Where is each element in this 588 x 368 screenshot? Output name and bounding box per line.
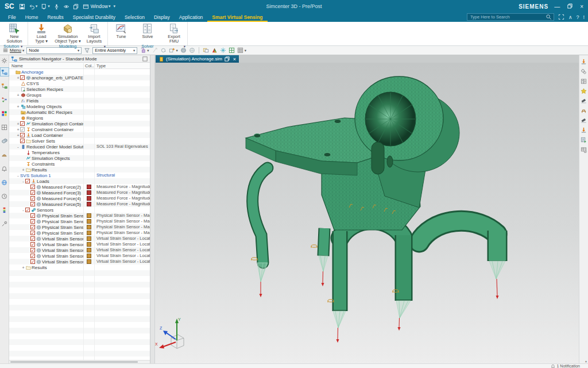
undo-icon[interactable]: ▾ — [29, 3, 38, 10]
tree-row-fields[interactable]: fxFields — [9, 98, 150, 103]
expander[interactable]: - — [21, 208, 25, 212]
tree-row-physical-strain-sensor[interactable]: ✓Physical Strain Sensor...Physical Strai… — [9, 218, 150, 224]
expander[interactable]: + — [16, 93, 20, 97]
grid9-icon[interactable]: ▾ — [237, 47, 246, 53]
tools-icon[interactable] — [1, 220, 9, 228]
tree-row-simulation-object-container[interactable]: +✓Simulation Object Container — [9, 121, 150, 126]
tree-row-physical-strain-sensor[interactable]: ✓Physical Strain Sensor...Physical Strai… — [9, 230, 150, 236]
window-menu[interactable]: Window▾▾ — [83, 3, 115, 10]
color-swatch[interactable] — [87, 219, 91, 224]
tree-row-virtual-strain-sensor-6[interactable]: ✓Virtual Strain Sensor(6)Virtual Strain … — [9, 241, 150, 247]
checkbox[interactable]: ✓ — [30, 231, 35, 235]
tree-row-temperatures[interactable]: Temperatures — [9, 150, 150, 155]
expander[interactable]: + — [21, 168, 25, 172]
eraser-icon[interactable] — [580, 116, 588, 124]
tree-row-virtual-strain-sensor-5[interactable]: ✓Virtual Strain Sensor(5)Virtual Strain … — [9, 236, 150, 241]
checkbox[interactable]: ✓ — [20, 133, 25, 137]
tab-display[interactable]: Display — [149, 13, 175, 22]
tree-row-measured-force-2[interactable]: ✓Measured Force(2)Measured Force - Magni… — [9, 184, 150, 190]
checkbox[interactable]: ✓ — [30, 225, 35, 229]
gear-icon[interactable] — [1, 56, 9, 64]
tree-row-sensors[interactable]: -✓Sensors — [9, 207, 150, 213]
color-swatch[interactable] — [87, 242, 91, 247]
star-icon[interactable] — [580, 87, 588, 95]
tree-row-constraint-container[interactable]: +✓Constraint Container — [9, 126, 150, 132]
checkbox[interactable]: ✓ — [30, 248, 35, 252]
tab-home[interactable]: Home — [21, 13, 43, 22]
checkbox[interactable]: ✓ — [30, 213, 35, 218]
microphone-icon[interactable] — [53, 3, 60, 10]
tree-row-measured-force-4[interactable]: ✓Measured Force(4)Measured Force - Magni… — [9, 195, 150, 201]
panel-divider[interactable] — [150, 55, 155, 363]
solvebox-icon[interactable] — [580, 77, 588, 85]
restore-button[interactable] — [567, 3, 573, 10]
screenshot-icon[interactable]: ▾ — [41, 3, 50, 10]
tree-row-virtual-strain-sensor-9[interactable]: ✓Virtual Strain Sensor(9)Virtual Strain … — [9, 259, 150, 264]
expander[interactable]: + — [16, 105, 20, 109]
view-icon[interactable] — [63, 3, 69, 10]
tab-file[interactable]: File — [3, 13, 21, 22]
tab-specialist-durability[interactable]: Specialist Durability — [68, 13, 120, 22]
sphere2-icon[interactable] — [189, 47, 195, 53]
tree-row-automatic-bc-recipes[interactable]: Automatic BC Recipes — [9, 109, 150, 115]
checkbox[interactable]: ✓ — [30, 242, 35, 247]
tree-row-modeling-objects[interactable]: +Modeling Objects — [9, 103, 150, 109]
close-tab-icon[interactable]: × — [233, 56, 236, 62]
color-swatch[interactable] — [87, 254, 91, 258]
load-type-button[interactable]: Load Type ▾ — [28, 22, 55, 44]
command-search[interactable] — [467, 13, 554, 21]
tune-button[interactable]: Tune — [108, 22, 134, 39]
expander[interactable]: - — [16, 145, 20, 149]
collapse-ribbon-icon[interactable]: ∧ — [568, 14, 572, 20]
tree-row-csys[interactable]: CSYS — [9, 80, 150, 86]
tree-row-physical-strain-sensor[interactable]: ✓Physical Strain Sensor...Physical Strai… — [9, 224, 150, 230]
bench-icon[interactable] — [580, 106, 588, 114]
checkbox[interactable]: ✓ — [30, 236, 35, 241]
menu-button[interactable]: Menu▾ — [2, 47, 24, 53]
notification-text[interactable]: 1 Notification — [557, 364, 580, 368]
checkbox[interactable]: ✓ — [30, 196, 35, 201]
group-dropdown-icon[interactable]: ▾ — [184, 44, 185, 49]
color-swatch[interactable] — [87, 202, 91, 206]
checkbox[interactable]: ✓ — [20, 139, 25, 143]
tab-results[interactable]: Results — [42, 13, 68, 22]
tree-row-regions[interactable]: Regions — [9, 115, 150, 121]
expander[interactable]: - — [16, 174, 20, 178]
column-color[interactable]: Col... — [84, 63, 95, 68]
simulation-object-type-button[interactable]: Simulation Object Type ▾ — [55, 22, 81, 44]
meshstar-icon[interactable] — [220, 47, 226, 53]
checkbox[interactable]: ✓ — [30, 202, 35, 206]
checkbox[interactable]: ✓ — [30, 185, 35, 189]
tree-row-anchorage[interactable]: Anchorage — [9, 69, 150, 75]
tree-row-constraints[interactable]: Constraints — [9, 161, 150, 167]
colorbar-icon[interactable] — [1, 206, 9, 214]
color-swatch[interactable] — [87, 231, 91, 235]
expander[interactable]: - — [21, 179, 25, 183]
minimize-button[interactable]: — — [554, 3, 560, 10]
tree-row-groups[interactable]: +Groups — [9, 92, 150, 98]
new-solution-button[interactable]: New Solution — [1, 22, 28, 44]
notifications-icon[interactable]: ! — [583, 14, 585, 20]
tree-row-measured-force-5[interactable]: ✓Measured Force(5)Measured Force - Magni… — [9, 201, 150, 207]
tree-row-anchorage-erb-updated-c[interactable]: +✓anchorage_erb_UPDATED_C... — [9, 75, 150, 80]
solve-button[interactable]: Solve — [134, 22, 161, 39]
import-layouts-button[interactable]: Import Layouts — [81, 22, 107, 44]
colorgrid-icon[interactable] — [1, 109, 9, 117]
tricolor-icon[interactable] — [211, 47, 218, 53]
checkbox[interactable]: ✓ — [30, 259, 35, 264]
copy-icon[interactable] — [73, 3, 79, 10]
viewport-tab[interactable]: (Simulation) Anchorage.sim × — [156, 55, 239, 63]
export-fmu-button[interactable]: Export FMU — [161, 22, 187, 44]
tree-row-simulation-objects[interactable]: Simulation Objects — [9, 155, 150, 161]
tree-row-measured-force-3[interactable]: ✓Measured Force(3)Measured Force - Magni… — [9, 190, 150, 195]
tree-row-reduced-order-model-solution[interactable]: -Reduced Order Model SolutionSOL 103 Rea… — [9, 144, 150, 150]
tree-row-physical-strain-sensor[interactable]: ✓Physical Strain Sensor...Physical Strai… — [9, 213, 150, 218]
checkbox[interactable]: ✓ — [30, 254, 35, 258]
checkbox[interactable]: ✓ — [20, 121, 25, 126]
tab-smart-virtual-sensing[interactable]: Smart Virtual Sensing — [207, 13, 267, 22]
color-swatch[interactable] — [87, 236, 91, 241]
tab-selection[interactable]: Selection — [120, 13, 149, 22]
eraser-icon[interactable] — [580, 97, 588, 105]
tree-row-results[interactable]: +Results — [9, 264, 150, 270]
shell-icon[interactable] — [1, 151, 9, 159]
